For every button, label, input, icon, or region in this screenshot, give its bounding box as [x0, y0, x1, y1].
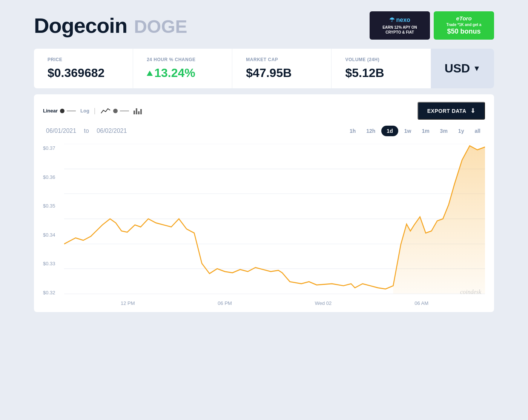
time-btn-all[interactable]: all [470, 126, 485, 136]
chevron-down-icon: ▼ [473, 64, 480, 73]
chart-container: $0.37 $0.36 $0.35 $0.34 $0.33 $0.32 [43, 144, 485, 306]
linear-button[interactable]: Linear [43, 108, 76, 114]
time-btn-1w[interactable]: 1w [400, 126, 416, 136]
y-label-035: $0.35 [43, 203, 64, 209]
nexo-logo: ☂ nexo [389, 16, 410, 23]
chart-controls-top: Linear Log | [43, 102, 485, 120]
nexo-tagline: EARN 12% APY ONCRYPTO & FIAT [382, 25, 417, 35]
separator: | [94, 107, 96, 115]
volume-stat: VOLUME (24H) $5.12B [332, 49, 431, 88]
change-value: 13.24% [147, 66, 218, 80]
page-header: Dogecoin DOGE ☂ nexo EARN 12% APY ONCRYP… [34, 11, 494, 40]
line-chart-toggle[interactable] [100, 107, 129, 115]
price-label: PRICE [48, 57, 119, 62]
date-range: 06/01/2021 to 06/02/2021 [43, 128, 130, 134]
x-label-12pm: 12 PM [121, 300, 135, 306]
time-btn-1y[interactable]: 1y [454, 126, 469, 136]
marketcap-label: MARKET CAP [246, 57, 318, 62]
currency-selector[interactable]: USD ▼ [431, 49, 494, 88]
y-label-037: $0.37 [43, 145, 64, 151]
linear-toggle-dot [60, 109, 64, 113]
y-label-033: $0.33 [43, 261, 64, 266]
bar-chart-icon [134, 108, 142, 114]
linear-toggle-line [67, 111, 76, 111]
time-buttons: 1h 12h 1d 1w 1m 3m 1y all [345, 126, 485, 136]
marketcap-value: $47.95B [246, 66, 318, 80]
change-label: 24 HOUR % CHANGE [147, 57, 218, 62]
y-label-034: $0.34 [43, 232, 64, 238]
etoro-ad-banner[interactable]: eToro Trade *1K and get a$50 bonus [434, 11, 494, 40]
coin-title: Dogecoin DOGE [34, 13, 187, 38]
currency-label: USD ▼ [445, 62, 480, 75]
etoro-tagline: Trade *1K and get a$50 bonus [447, 22, 482, 36]
volume-value: $5.12B [345, 66, 417, 80]
time-btn-3m[interactable]: 3m [436, 126, 452, 136]
time-btn-1h[interactable]: 1h [345, 126, 360, 136]
ad-banners: ☂ nexo EARN 12% APY ONCRYPTO & FIAT eTor… [370, 11, 494, 40]
bar-chart-toggle[interactable] [134, 108, 142, 114]
y-label-036: $0.36 [43, 174, 64, 180]
x-label-06am: 06 AM [414, 300, 428, 306]
stats-card: PRICE $0.369682 24 HOUR % CHANGE 13.24% … [34, 49, 494, 88]
arrow-up-icon [147, 71, 153, 76]
x-label-06pm: 06 PM [218, 300, 232, 306]
time-btn-1d[interactable]: 1d [381, 126, 398, 136]
x-label-wed02: Wed 02 [315, 300, 332, 306]
coindesk-watermark: coindesk [460, 289, 481, 295]
download-icon: ⇓ [470, 107, 476, 114]
log-button[interactable]: Log [80, 108, 89, 114]
nexo-ad-banner[interactable]: ☂ nexo EARN 12% APY ONCRYPTO & FIAT [370, 11, 430, 40]
price-stat: PRICE $0.369682 [34, 49, 133, 88]
chart-nav: 06/01/2021 to 06/02/2021 1h 12h 1d 1w 1m… [43, 126, 485, 136]
export-data-button[interactable]: EXPORT DATA ⇓ [417, 102, 485, 120]
etoro-logo: eToro [456, 15, 471, 22]
line-toggle-line [120, 111, 129, 111]
coin-name: Dogecoin [34, 13, 127, 38]
volume-label: VOLUME (24H) [345, 57, 417, 62]
chart-card: Linear Log | [34, 94, 494, 312]
line-chart-icon [100, 107, 111, 115]
time-btn-1m[interactable]: 1m [417, 126, 434, 136]
line-toggle-dot [113, 109, 118, 113]
chart-type-controls: Linear Log | [43, 107, 142, 115]
y-label-032: $0.32 [43, 290, 64, 295]
price-value: $0.369682 [48, 66, 119, 80]
coin-ticker: DOGE [134, 16, 187, 37]
marketcap-stat: MARKET CAP $47.95B [232, 49, 332, 88]
change-stat: 24 HOUR % CHANGE 13.24% [133, 49, 232, 88]
time-btn-12h[interactable]: 12h [362, 126, 380, 136]
price-chart-svg [64, 144, 485, 306]
